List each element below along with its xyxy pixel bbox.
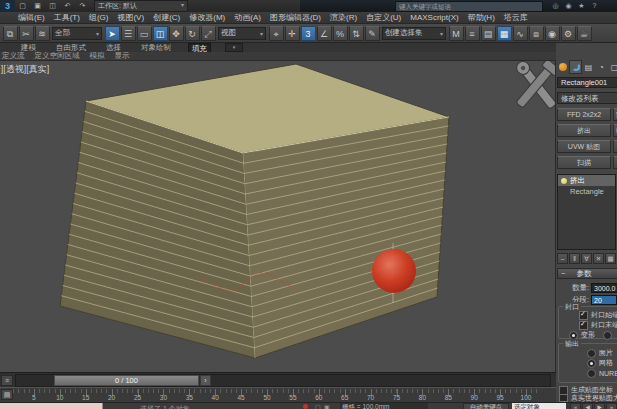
menu-item-5[interactable]: 修改器(M) xyxy=(189,12,225,23)
time-slider-track[interactable]: 0 / 100 › xyxy=(15,374,551,387)
render-setup-icon[interactable]: ⚙ xyxy=(561,26,576,41)
menu-item-2[interactable]: 组(G) xyxy=(89,12,109,23)
motion-tab[interactable]: ◔ xyxy=(595,60,608,74)
selection-lock-icon[interactable]: ▣ xyxy=(324,403,330,409)
modifier-button-1-right[interactable]: 编 xyxy=(613,124,617,137)
menu-item-4[interactable]: 创建(C) xyxy=(153,12,180,23)
menu-item-12[interactable]: 塔云库 xyxy=(504,12,528,23)
segments-field[interactable]: 20 xyxy=(591,295,617,305)
cap-end-checkbox[interactable] xyxy=(579,321,588,330)
reference-coordinate-dropdown[interactable]: 视图▾ xyxy=(218,27,266,40)
align-icon[interactable]: ≡ xyxy=(465,26,480,41)
snap-toggle-icon[interactable]: 3 xyxy=(301,26,316,41)
select-by-name-icon[interactable]: ☰ xyxy=(121,26,136,41)
modify-tab[interactable] xyxy=(569,60,582,74)
viewport-label[interactable]: [+][透视][真实] xyxy=(0,63,49,76)
go-to-start-icon[interactable]: « xyxy=(570,403,581,409)
use-pivot-point-icon[interactable]: ⌖ xyxy=(269,26,284,41)
visibility-bulb-icon[interactable] xyxy=(561,178,567,184)
spinner-snap-icon[interactable]: ⇅ xyxy=(349,26,364,41)
isolate-selection-icon[interactable]: ▢ xyxy=(315,403,321,409)
hierarchy-tab[interactable]: ▤ xyxy=(582,60,595,74)
stack-item-0[interactable]: 挤出 xyxy=(558,175,615,186)
maxscript-mini-listener[interactable] xyxy=(0,403,103,409)
patch-radio[interactable] xyxy=(587,349,596,358)
make-unique-button[interactable]: ∀ xyxy=(581,253,592,264)
menu-item-8[interactable]: 渲染(R) xyxy=(330,12,357,23)
go-to-end-icon[interactable]: » xyxy=(606,403,617,409)
modifier-button-1-left[interactable]: 挤出 xyxy=(557,124,611,137)
modifier-button-3-left[interactable]: 扫描 xyxy=(557,156,611,169)
select-and-manipulate-icon[interactable]: ✛ xyxy=(285,26,300,41)
grid-radio[interactable] xyxy=(603,331,612,340)
named-selection-icon[interactable]: ✎ xyxy=(365,26,380,41)
ribbon-tab-3[interactable]: 对象绘制 xyxy=(138,43,174,52)
ribbon-panel-2[interactable]: 模拟 xyxy=(90,51,105,61)
app-logo[interactable]: 3 xyxy=(0,0,15,12)
layer-manager-icon[interactable]: ▤ xyxy=(481,26,496,41)
selection-region-icon[interactable]: ▭ xyxy=(137,26,152,41)
select-and-scale-icon[interactable]: ⤢ xyxy=(201,26,216,41)
window-crossing-icon[interactable]: ◫ xyxy=(153,26,168,41)
remove-modifier-button[interactable]: ✕ xyxy=(593,253,604,264)
modifier-button-2-right[interactable] xyxy=(613,140,617,153)
stack-item-1[interactable]: Rectangle xyxy=(558,186,615,197)
select-and-rotate-icon[interactable]: ↻ xyxy=(185,26,200,41)
play-icon[interactable]: ▶ xyxy=(594,403,605,409)
next-frame-button[interactable]: › xyxy=(200,375,211,386)
track-bar[interactable]: 5101520253035404550556065707580859095100 xyxy=(0,387,556,402)
menu-item-6[interactable]: 动画(A) xyxy=(234,12,261,23)
modifier-button-0-left[interactable]: FFD 2x2x2 xyxy=(557,108,611,121)
favorites-icon[interactable]: ★ xyxy=(575,2,588,10)
modifier-button-3-right[interactable] xyxy=(613,156,617,169)
ribbon-panel-0[interactable]: 定义流 xyxy=(2,51,25,61)
nurbs-radio[interactable] xyxy=(587,369,596,378)
schematic-view-icon[interactable]: ⧈ xyxy=(529,26,544,41)
infocenter-search-icon[interactable]: ◎ xyxy=(549,2,562,10)
ribbon-minimize-icon[interactable]: ▾ xyxy=(225,43,243,52)
redo-icon[interactable]: ↷ xyxy=(76,1,89,11)
select-and-link-icon[interactable]: ⧉ xyxy=(3,26,18,41)
menu-item-9[interactable]: 自定义(U) xyxy=(366,12,401,23)
select-and-move-icon[interactable]: ✥ xyxy=(169,26,184,41)
modifier-list-dropdown[interactable]: 修改器列表 xyxy=(557,92,617,104)
paint-brush-gizmo[interactable] xyxy=(372,249,416,293)
angle-snap-icon[interactable]: ∠ xyxy=(317,26,332,41)
render-icon[interactable]: ☕ xyxy=(577,26,592,41)
ribbon-panel-3[interactable]: 显示 xyxy=(115,51,130,61)
menu-item-7[interactable]: 图形编辑器(D) xyxy=(270,12,321,23)
bind-to-space-warp-icon[interactable]: ≋ xyxy=(35,26,50,41)
curve-editor-icon[interactable]: ∿ xyxy=(513,26,528,41)
auto-key-button[interactable]: 自动关键点 xyxy=(463,403,509,409)
menu-item-0[interactable]: 编辑(E) xyxy=(18,12,45,23)
adaptive-degradation-icon[interactable] xyxy=(303,404,308,409)
undo-icon[interactable]: ↶ xyxy=(61,1,74,11)
display-tab[interactable]: ▢ xyxy=(608,60,617,74)
mini-curve-editor-icon[interactable]: ≡ xyxy=(1,375,13,386)
search-input[interactable]: 键入关键字或短语 xyxy=(395,1,543,12)
ribbon-tab-4[interactable]: 填充 xyxy=(188,43,211,53)
create-tab[interactable] xyxy=(556,60,569,74)
parameters-rollout-header[interactable]: − 参数 xyxy=(557,268,617,279)
help-icon[interactable]: ? xyxy=(588,2,601,10)
menu-item-1[interactable]: 工具(T) xyxy=(54,12,80,23)
sign-in-icon[interactable]: ◉ xyxy=(562,2,575,10)
new-scene-icon[interactable]: ▢ xyxy=(16,1,29,11)
menu-item-3[interactable]: 视图(V) xyxy=(117,12,144,23)
extruded-box-object[interactable] xyxy=(60,64,449,358)
amount-field[interactable]: 3000.0 xyxy=(591,283,617,293)
configure-modifier-sets-button[interactable]: ▦ xyxy=(605,253,616,264)
scene-explorer-icon[interactable]: ▦ xyxy=(497,26,512,41)
modifier-button-2-left[interactable]: UVW 贴图 xyxy=(557,140,611,153)
trackbar-toggle-icon[interactable]: ▤ xyxy=(1,389,13,400)
unlink-selection-icon[interactable]: ✂ xyxy=(19,26,34,41)
mirror-icon[interactable]: M xyxy=(449,26,464,41)
pin-stack-button[interactable]: – xyxy=(557,253,568,264)
menu-item-11[interactable]: 帮助(H) xyxy=(468,12,495,23)
select-object-icon[interactable]: ➤ xyxy=(105,26,120,41)
show-end-result-button[interactable]: ‖ xyxy=(569,253,580,264)
menu-item-10[interactable]: MAXScript(X) xyxy=(410,13,458,22)
percent-snap-icon[interactable]: % xyxy=(333,26,348,41)
open-file-icon[interactable]: ▣ xyxy=(31,1,44,11)
key-filter-dropdown[interactable]: 选定对象 xyxy=(512,403,566,409)
